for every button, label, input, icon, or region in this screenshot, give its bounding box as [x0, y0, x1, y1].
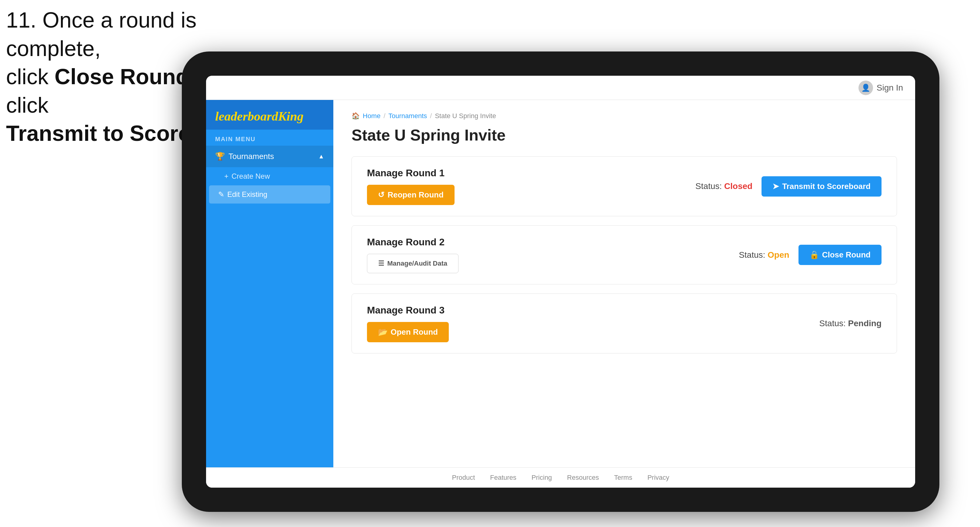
reopen-icon: ↺	[378, 190, 385, 200]
breadcrumb-tournaments-link[interactable]: Tournaments	[388, 112, 427, 120]
round-1-section: Manage Round 1 ↺ Reopen Round Status: Cl…	[352, 156, 897, 216]
round-3-status: Status: Pending	[819, 319, 881, 328]
tablet-device: 👤 Sign In leaderboardKing MAIN MENU 🏆 To…	[182, 51, 939, 512]
reopen-round-button[interactable]: ↺ Reopen Round	[367, 185, 455, 205]
footer-privacy[interactable]: Privacy	[647, 474, 669, 482]
tournaments-label: Tournaments	[229, 152, 274, 161]
round-3-title: Manage Round 3	[367, 305, 449, 316]
round-2-status: Status: Open	[739, 250, 789, 260]
instruction-bold-close: Close Round	[54, 65, 189, 89]
page-title: State U Spring Invite	[352, 126, 897, 144]
footer-terms[interactable]: Terms	[614, 474, 632, 482]
edit-icon: ✎	[218, 190, 224, 199]
content-area: 🏠 Home / Tournaments / State U Spring In…	[333, 100, 915, 467]
sign-in-label[interactable]: Sign In	[877, 83, 903, 93]
instruction-line1: 11. Once a round is complete,	[6, 8, 196, 60]
transmit-to-scoreboard-button[interactable]: ➤ Transmit to Scoreboard	[762, 176, 881, 197]
main-area: leaderboardKing MAIN MENU 🏆 Tournaments …	[206, 100, 915, 467]
manage-audit-data-button[interactable]: ☰ Manage/Audit Data	[367, 254, 458, 273]
breadcrumb: 🏠 Home / Tournaments / State U Spring In…	[352, 112, 897, 120]
sign-in-area[interactable]: 👤 Sign In	[859, 81, 903, 95]
close-round-button[interactable]: 🔒 Close Round	[799, 245, 881, 265]
round-1-title: Manage Round 1	[367, 167, 455, 179]
trophy-icon: 🏆	[215, 152, 225, 161]
send-icon: ➤	[772, 182, 779, 191]
edit-existing-label: Edit Existing	[227, 190, 267, 199]
logo-area: leaderboardKing	[206, 100, 333, 130]
round-2-section: Manage Round 2 ☰ Manage/Audit Data Statu…	[352, 225, 897, 284]
breadcrumb-home-icon: 🏠	[352, 112, 360, 120]
breadcrumb-current: State U Spring Invite	[435, 112, 496, 120]
top-bar: 👤 Sign In	[206, 76, 915, 100]
round-3-section: Manage Round 3 📂 Open Round Status: Pend…	[352, 294, 897, 354]
sidebar: leaderboardKing MAIN MENU 🏆 Tournaments …	[206, 100, 333, 467]
page-footer: Product Features Pricing Resources Terms…	[206, 467, 915, 487]
plus-icon: +	[224, 172, 229, 181]
main-menu-label: MAIN MENU	[206, 130, 333, 146]
open-round-button[interactable]: 📂 Open Round	[367, 322, 449, 342]
open-icon: 📂	[378, 327, 388, 337]
user-avatar-icon: 👤	[859, 81, 873, 95]
chevron-down-icon: ▲	[318, 153, 324, 160]
round-1-status: Status: Closed	[695, 181, 752, 191]
app-logo: leaderboardKing	[215, 109, 324, 124]
sidebar-item-tournaments[interactable]: 🏆 Tournaments ▲	[206, 146, 333, 167]
footer-features[interactable]: Features	[490, 474, 516, 482]
lock-icon: 🔒	[810, 250, 819, 260]
footer-product[interactable]: Product	[452, 474, 475, 482]
footer-pricing[interactable]: Pricing	[531, 474, 552, 482]
tablet-screen: 👤 Sign In leaderboardKing MAIN MENU 🏆 To…	[206, 76, 915, 487]
round-2-title: Manage Round 2	[367, 237, 458, 248]
sidebar-edit-existing[interactable]: ✎ Edit Existing	[209, 185, 330, 203]
breadcrumb-home-link[interactable]: Home	[363, 112, 380, 120]
audit-icon: ☰	[378, 260, 384, 267]
footer-resources[interactable]: Resources	[567, 474, 599, 482]
create-new-label: Create New	[232, 172, 270, 181]
sidebar-create-new[interactable]: + Create New	[206, 167, 333, 185]
